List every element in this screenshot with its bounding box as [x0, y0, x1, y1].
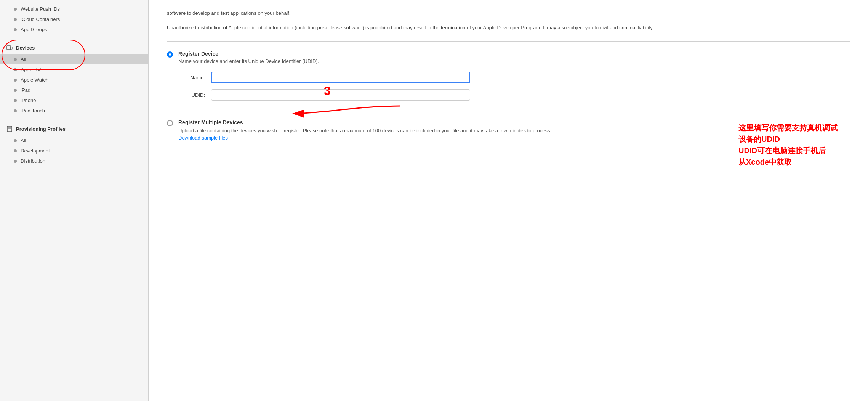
- main-content: software to develop and test application…: [149, 0, 868, 401]
- devices-icon: [6, 44, 13, 51]
- step-number: 3: [324, 84, 331, 98]
- svg-rect-0: [7, 46, 11, 50]
- provisioning-profiles-label: Provisioning Profiles: [16, 126, 66, 132]
- annotation-line1: 这里填写你需要支持真机调试: [738, 122, 838, 133]
- sidebar-item-profiles-all[interactable]: All: [0, 135, 148, 146]
- devices-header[interactable]: Devices: [0, 41, 148, 54]
- dot-icon: [14, 149, 17, 152]
- register-device-radio[interactable]: [167, 51, 173, 58]
- udid-row: UDID:: [178, 89, 850, 101]
- sidebar-item-apple-watch[interactable]: Apple Watch: [0, 75, 148, 85]
- download-sample-files-link[interactable]: Download sample files: [178, 135, 228, 141]
- sidebar-item-devices-all[interactable]: All: [0, 54, 148, 64]
- udid-label: UDID:: [178, 92, 205, 98]
- dot-icon: [14, 79, 17, 82]
- name-input[interactable]: [211, 72, 470, 83]
- sidebar-divider-2: [0, 119, 148, 119]
- profiles-icon: [6, 125, 13, 132]
- sidebar-item-ipad[interactable]: iPad: [0, 85, 148, 95]
- dot-icon: [14, 58, 17, 61]
- name-label: Name:: [178, 75, 205, 80]
- sidebar-item-iphone[interactable]: iPhone: [0, 95, 148, 106]
- sidebar-item-ipod-touch[interactable]: iPod Touch: [0, 106, 148, 116]
- provisioning-profiles-header[interactable]: Provisioning Profiles: [0, 122, 148, 135]
- dot-icon: [14, 8, 17, 11]
- sidebar-item-label: iPhone: [21, 98, 36, 103]
- intro-text-1: software to develop and test application…: [167, 9, 850, 18]
- sidebar-item-label: iPod Touch: [21, 108, 45, 114]
- devices-header-label: Devices: [16, 45, 35, 51]
- sidebar-item-label: All: [21, 138, 26, 143]
- register-device-content: Register Device Name your device and ent…: [178, 51, 319, 64]
- sidebar-item-label: Apple TV: [21, 67, 41, 72]
- register-device-title: Register Device: [178, 51, 319, 57]
- sidebar-item-label: App Groups: [21, 27, 47, 32]
- sidebar-item-label: iCloud Containers: [21, 16, 60, 22]
- annotation-overlay: 这里填写你需要支持真机调试 设备的UDID UDID可在电脑连接手机后 从Xco…: [738, 122, 838, 168]
- annotation-line4: 从Xcode中获取: [738, 156, 792, 168]
- divider-1: [167, 41, 850, 42]
- sidebar-item-app-groups[interactable]: App Groups: [0, 24, 148, 35]
- sidebar-item-label: All: [21, 56, 26, 62]
- sidebar-item-label: Distribution: [21, 158, 45, 164]
- sidebar-item-label: iPad: [21, 87, 30, 93]
- name-row: Name:: [178, 72, 850, 83]
- annotation-line3: UDID可在电脑连接手机后: [738, 145, 826, 156]
- register-device-desc: Name your device and enter its Unique De…: [178, 58, 319, 64]
- sidebar-item-label: Website Push IDs: [21, 6, 60, 12]
- register-multiple-content: Register Multiple Devices Upload a file …: [178, 119, 551, 141]
- sidebar-item-icloud-containers[interactable]: iCloud Containers: [0, 14, 148, 24]
- sidebar: Website Push IDs iCloud Containers App G…: [0, 0, 149, 401]
- dot-icon: [14, 139, 17, 142]
- dot-icon: [14, 28, 17, 31]
- divider-2: [167, 110, 850, 110]
- sidebar-item-distribution[interactable]: Distribution: [0, 156, 148, 166]
- sidebar-divider: [0, 38, 148, 38]
- register-device-section: Register Device Name your device and ent…: [167, 51, 850, 64]
- dot-icon: [14, 89, 17, 92]
- sidebar-item-website-push-ids[interactable]: Website Push IDs: [0, 4, 148, 14]
- sidebar-item-label: Apple Watch: [21, 77, 48, 83]
- svg-rect-1: [11, 47, 12, 49]
- sidebar-item-apple-tv[interactable]: Apple TV: [0, 64, 148, 75]
- annotation-line2: 设备的UDID: [738, 133, 780, 145]
- intro-text-2: Unauthorized distribution of Apple confi…: [167, 24, 850, 32]
- devices-section: Devices All Apple TV Apple Watch iPad iP…: [0, 41, 148, 116]
- register-multiple-radio[interactable]: [167, 120, 173, 126]
- sidebar-item-development[interactable]: Development: [0, 146, 148, 156]
- dot-icon: [14, 99, 17, 102]
- register-multiple-desc: Upload a file containing the devices you…: [178, 127, 551, 135]
- dot-icon: [14, 18, 17, 21]
- register-device-form: Name: UDID:: [178, 72, 850, 101]
- sidebar-item-label: Development: [21, 148, 50, 154]
- dot-icon: [14, 160, 17, 163]
- udid-input[interactable]: [211, 89, 470, 101]
- register-multiple-title: Register Multiple Devices: [178, 119, 551, 125]
- dot-icon: [14, 68, 17, 71]
- dot-icon: [14, 109, 17, 112]
